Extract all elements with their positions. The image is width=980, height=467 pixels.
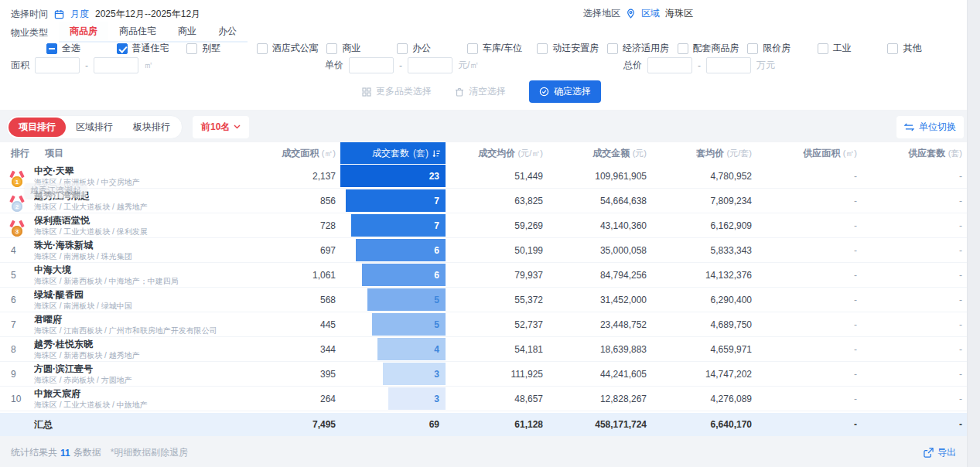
avg-price-cell: 63,825 <box>446 196 548 206</box>
table-body: 1 1 中交·天翠 海珠区 / 南洲板块 / 中交房地产 2,137 23 51… <box>0 164 967 411</box>
deal-area-cell: 697 <box>240 245 340 256</box>
col-header-avg-price: 成交均价 (元/㎡) <box>446 147 548 160</box>
category-checkbox-label: 普通住宅 <box>132 42 169 55</box>
range-inputs-row: 面积 - ㎡ 单价 - 元/㎡ 总价 - 万元 <box>0 57 967 74</box>
calendar-icon <box>54 9 64 19</box>
region-scope-selector[interactable]: 区域 <box>641 7 660 20</box>
category-checkbox[interactable]: 其他 <box>887 42 958 55</box>
category-checkbox[interactable]: 配套商品房 <box>678 42 748 55</box>
grid-icon <box>362 87 371 97</box>
total-price-max-input[interactable] <box>706 57 751 73</box>
project-name: 绿城·醍香园 <box>34 290 240 301</box>
deal-units-bar <box>346 189 446 212</box>
deal-units-value: 4 <box>434 337 439 362</box>
supply-units-cell: - <box>862 245 967 256</box>
clear-selection-label: 清空选择 <box>469 85 506 98</box>
checkbox-icon <box>257 43 268 54</box>
category-checkbox[interactable]: 限价房 <box>747 42 818 55</box>
scrollbar-gutter[interactable] <box>967 0 980 467</box>
clear-selection-button[interactable]: 清空选择 <box>455 85 506 98</box>
amount-cell: 109,961,905 <box>548 171 651 182</box>
amount-cell: 84,794,256 <box>548 270 651 281</box>
ranking-toolbar: 项目排行 区域排行 板块排行 前10名 单位切换 <box>6 115 964 138</box>
avg-price-cell: 51,449 <box>446 171 548 182</box>
table-row: 8 8 越秀·桂悦东晓 海珠区 / 新港西板块 / 越秀地产 344 4 54,… <box>0 337 967 362</box>
category-checkbox[interactable]: 酒店式公寓 <box>257 42 327 55</box>
time-mode-selector[interactable]: 月度 <box>70 8 89 21</box>
avg-price-cell: 54,181 <box>446 344 548 355</box>
ranking-tab-label: 项目排行 <box>19 121 56 132</box>
export-icon <box>924 448 934 458</box>
ranking-tab[interactable]: 区域排行 <box>66 118 123 137</box>
avg-price-cell: 50,199 <box>446 245 548 256</box>
swap-arrows-icon <box>904 123 914 131</box>
category-checkbox[interactable]: 经济适用房 <box>607 42 678 55</box>
property-type-tab[interactable]: 商业 <box>167 22 207 41</box>
category-checkbox[interactable]: 车库/车位 <box>467 42 538 55</box>
chevron-down-icon <box>234 124 241 129</box>
category-checkbox[interactable]: 全选 <box>46 42 117 55</box>
property-type-tabs: 商品房 商品住宅 商业 办公 <box>59 22 248 43</box>
total-price-dash: - <box>698 60 701 71</box>
col-header-per-unit-price: 套均价 (元/套) <box>651 147 756 160</box>
project-name: 方圆·滨江壹号 <box>34 364 240 375</box>
region-value[interactable]: 海珠区 <box>665 7 693 20</box>
ranking-tab[interactable]: 项目排行 <box>9 118 66 137</box>
per-unit-price-cell: 6,290,400 <box>651 295 756 305</box>
area-min-input[interactable] <box>35 57 80 73</box>
area-dash: - <box>85 60 88 71</box>
category-checkbox[interactable]: 办公 <box>397 42 467 55</box>
supply-units-cell: - <box>862 394 967 404</box>
top-n-dropdown[interactable]: 前10名 <box>193 116 249 138</box>
supply-units-cell: - <box>862 344 967 355</box>
unit-price-unit: 元/㎡ <box>458 59 479 72</box>
amount-cell: 18,639,883 <box>548 344 651 355</box>
supply-area-cell: - <box>756 344 862 355</box>
property-type-tab-label: 商品住宅 <box>119 26 156 36</box>
export-label: 导出 <box>937 446 956 459</box>
export-button[interactable]: 导出 <box>924 446 956 459</box>
area-label: 面积 <box>11 59 29 72</box>
supply-area-cell: - <box>756 369 862 380</box>
table-row: 2 2 越秀江湾潮起 海珠区 / 工业大道板块 / 越秀地产 856 7 63,… <box>0 189 967 213</box>
summary-deal-area: 7,495 <box>240 419 340 430</box>
deal-area-cell: 1,061 <box>240 270 340 281</box>
amount-cell: 54,664,638 <box>548 196 651 206</box>
category-checkbox[interactable]: 动迁安置房 <box>537 42 607 55</box>
property-type-tab[interactable]: 商品住宅 <box>108 22 167 41</box>
project-detail: 海珠区 / 新港西板块 / 中海地产；中建四局 <box>34 277 240 286</box>
unit-switch-button[interactable]: 单位切换 <box>896 116 964 138</box>
total-price-min-input[interactable] <box>647 57 692 73</box>
supply-area-cell: - <box>756 295 862 305</box>
amount-cell: 43,140,360 <box>548 220 651 231</box>
property-type-tab[interactable]: 办公 <box>207 22 248 41</box>
ranking-tabs: 项目排行 区域排行 板块排行 <box>6 115 183 139</box>
app-screen: 选择时间 月度 2025年12月--2025年12月 选择地区 区域 海珠区 <box>0 0 980 467</box>
location-pin-icon <box>626 9 636 19</box>
category-checkbox[interactable]: 普通住宅 <box>117 42 187 55</box>
more-categories-label: 更多品类选择 <box>376 85 432 98</box>
time-range-value[interactable]: 2025年12月--2025年12月 <box>95 8 200 21</box>
project-cell: 珠光·海珠新城 海珠区 / 南洲板块 / 珠光集团 <box>34 240 240 261</box>
category-checkbox[interactable]: 商业 <box>326 42 397 55</box>
col-header-deal-units-sort[interactable]: 成交套数 (套) <box>340 142 446 164</box>
checkbox-icon <box>887 43 898 54</box>
rank-cell: 9 9 <box>0 369 34 380</box>
unit-price-max-input[interactable] <box>408 57 452 73</box>
sort-icon <box>432 149 441 158</box>
confirm-selection-button[interactable]: 确定选择 <box>529 80 601 103</box>
ranking-tab[interactable]: 板块排行 <box>123 118 180 137</box>
category-checkbox[interactable]: 别墅 <box>186 42 257 55</box>
area-max-input[interactable] <box>94 57 138 73</box>
more-categories-button[interactable]: 更多品类选择 <box>362 85 432 98</box>
supply-area-cell: - <box>756 245 862 256</box>
per-unit-price-cell: 4,689,750 <box>651 319 756 330</box>
property-type-tab[interactable]: 商品房 <box>59 22 108 41</box>
per-unit-price-cell: 4,780,952 <box>651 171 756 182</box>
avg-price-cell: 79,937 <box>446 270 548 281</box>
total-price-unit: 万元 <box>756 59 775 72</box>
result-count-suffix: 条数据 <box>73 446 101 459</box>
deal-units-bar <box>356 239 446 261</box>
category-checkbox[interactable]: 工业 <box>818 42 888 55</box>
unit-price-min-input[interactable] <box>349 57 394 73</box>
